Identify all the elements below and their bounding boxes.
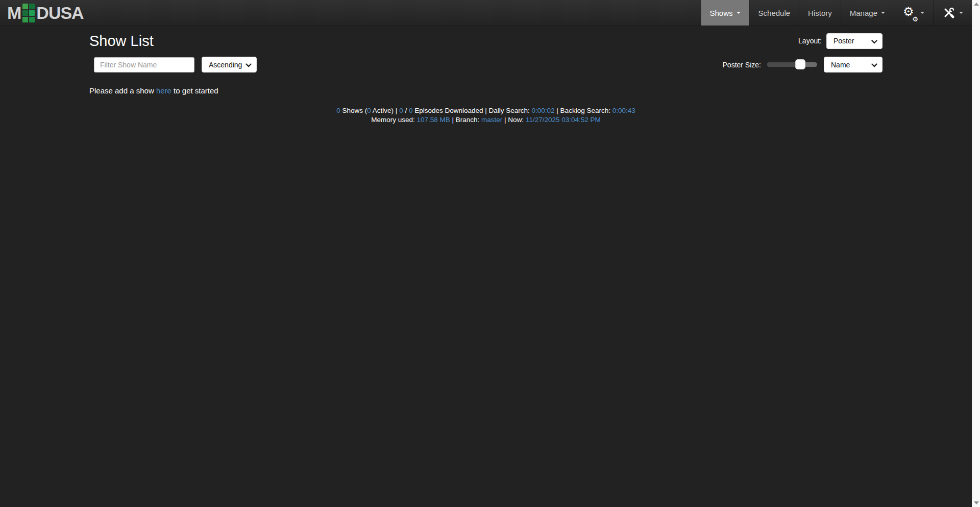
backlog-search-countdown: 0:00:43: [612, 107, 635, 114]
nav-shows-label: Shows: [710, 9, 733, 17]
poster-size-label: Poster Size:: [723, 61, 761, 69]
sort-by-select[interactable]: Name: [824, 57, 883, 73]
empty-state-message: Please add a show here to get started: [89, 86, 883, 95]
caret-down-icon: [737, 12, 741, 14]
poster-size-slider-handle[interactable]: [795, 59, 805, 69]
caret-down-icon: [959, 12, 963, 14]
sort-direction-value: Ascending: [209, 61, 242, 69]
sort-by-value: Name: [831, 61, 850, 69]
stats-line-1: 0 Shows (0 Active) | 0 / 0 Episodes Down…: [89, 106, 883, 115]
nav-schedule[interactable]: Schedule: [749, 0, 799, 26]
add-show-link[interactable]: here: [156, 86, 172, 95]
logo-letter-m: M: [7, 0, 21, 26]
episodes-downloaded: 0: [399, 107, 403, 114]
chevron-down-icon: [871, 63, 877, 67]
nav-config[interactable]: ⚙ ⚙: [894, 0, 933, 26]
chevron-down-icon: [246, 63, 252, 67]
gears-icon: ⚙ ⚙: [903, 5, 917, 20]
stats-footer: 0 Shows (0 Active) | 0 / 0 Episodes Down…: [89, 106, 883, 125]
logo-pixel-grid-icon: [22, 4, 35, 22]
poster-size-slider[interactable]: [767, 62, 817, 67]
active-shows-count: 0: [367, 107, 371, 114]
app-logo[interactable]: M DUSA: [0, 0, 91, 26]
top-navbar: M DUSA Shows Schedule History Manage: [0, 0, 972, 26]
scrollbar-up-arrow[interactable]: [974, 3, 979, 6]
page-title: Show List: [89, 33, 154, 49]
sort-direction-select[interactable]: Ascending: [202, 57, 257, 73]
caret-down-icon: [920, 12, 924, 14]
layout-control-group: Layout: Poster: [798, 33, 883, 49]
nav-history-label: History: [808, 9, 832, 17]
layout-select[interactable]: Poster: [826, 33, 883, 49]
branch-value: master: [481, 116, 502, 124]
caret-down-icon: [881, 12, 885, 14]
nav-manage[interactable]: Manage: [841, 0, 894, 26]
stats-line-2: Memory used: 107.58 MB | Branch: master …: [89, 115, 883, 125]
nav-tools[interactable]: [933, 0, 972, 26]
scrollbar[interactable]: [972, 0, 980, 507]
current-time-value: 11/27/2025 03:04:52 PM: [526, 116, 601, 124]
poster-controls-group: Poster Size: Name: [723, 57, 883, 73]
nav-schedule-label: Schedule: [758, 9, 791, 17]
layout-label: Layout:: [798, 37, 822, 45]
shows-count: 0: [336, 107, 340, 114]
wrench-screwdriver-icon: [942, 6, 955, 19]
page: M DUSA Shows Schedule History Manage: [0, 0, 972, 507]
memory-used-value: 107.58 MB: [417, 116, 450, 124]
nav-shows[interactable]: Shows: [701, 0, 749, 26]
nav-history[interactable]: History: [799, 0, 841, 26]
layout-select-value: Poster: [834, 37, 854, 45]
show-list-page: Show List Layout: Poster Ascending Poste…: [89, 33, 883, 125]
scrollbar-down-arrow[interactable]: [974, 501, 979, 504]
logo-letters-dusa: DUSA: [36, 0, 83, 26]
nav-manage-label: Manage: [850, 9, 877, 17]
daily-search-countdown: 0:00:02: [532, 107, 555, 114]
chevron-down-icon: [871, 40, 877, 44]
nav-menu: Shows Schedule History Manage ⚙ ⚙: [701, 0, 972, 26]
filter-show-name-input[interactable]: [94, 57, 194, 73]
